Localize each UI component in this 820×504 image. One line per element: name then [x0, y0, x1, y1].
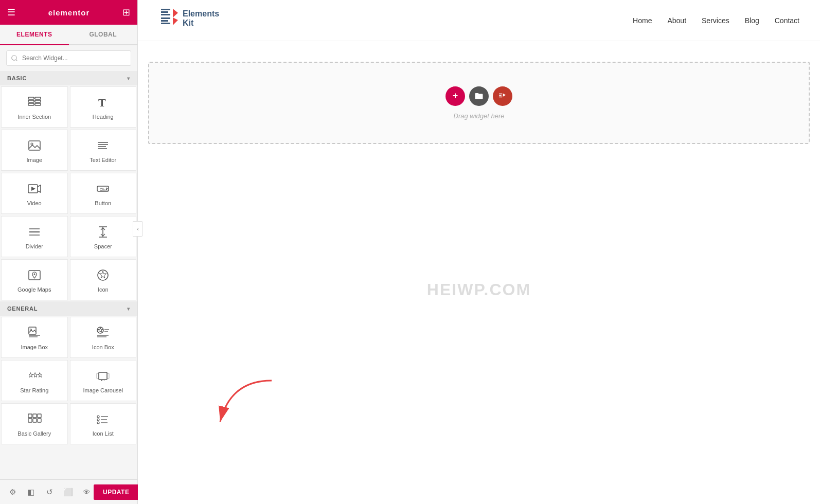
widget-label-image-box: Image Box [21, 344, 48, 351]
general-widgets-grid: Image Box Icon Box [0, 316, 137, 445]
video-icon [27, 182, 42, 196]
svg-rect-43 [38, 414, 41, 418]
widget-label-icon-list: Icon List [93, 430, 114, 437]
site-nav: Home About Services Blog Contact [633, 16, 799, 25]
folder-button[interactable] [469, 86, 489, 106]
widget-label-google-maps: Google Maps [17, 286, 51, 293]
svg-rect-42 [33, 414, 37, 418]
widget-label-image-carousel: Image Carousel [83, 387, 123, 394]
svg-text:T: T [98, 96, 106, 109]
svg-marker-60 [173, 17, 178, 25]
history-icon[interactable]: ↺ [42, 485, 57, 499]
widget-label-spacer: Spacer [94, 243, 112, 250]
nav-contact[interactable]: Contact [775, 16, 799, 25]
inner-section-icon [27, 95, 42, 110]
canvas-area: Elements Kit Home About Services Blog Co… [138, 0, 820, 504]
widget-label-inner-section: Inner Section [17, 113, 51, 120]
widget-icon[interactable]: Icon [70, 259, 137, 300]
bottom-bar: ⚙ ◧ ↺ ⬜ 👁 UPDATE ▲ [0, 479, 137, 504]
widget-icon-box[interactable]: Icon Box [70, 317, 137, 358]
tab-global[interactable]: GLOBAL [69, 25, 138, 44]
widget-label-button: Button [95, 200, 111, 207]
widget-image-box[interactable]: Image Box [1, 317, 68, 358]
update-button[interactable]: UPDATE [94, 484, 138, 500]
nav-services[interactable]: Services [702, 16, 729, 25]
widget-google-maps[interactable]: Google Maps [1, 259, 68, 300]
widget-button[interactable]: Click Button [70, 173, 137, 214]
widget-icon-list[interactable]: Icon List [70, 403, 137, 444]
ek-button[interactable] [493, 86, 512, 106]
layers-icon[interactable]: ◧ [24, 485, 38, 499]
svg-rect-4 [28, 103, 34, 105]
divider-icon [27, 225, 42, 239]
widget-video[interactable]: Video [1, 173, 68, 214]
svg-rect-65 [499, 96, 502, 97]
widget-label-text-editor: Text Editor [90, 156, 116, 164]
google-maps-icon [27, 268, 42, 282]
svg-point-24 [33, 274, 35, 275]
svg-point-51 [97, 422, 99, 424]
svg-point-47 [97, 416, 99, 418]
svg-rect-0 [28, 97, 34, 99]
hamburger-icon[interactable]: ☰ [7, 7, 15, 18]
chevron-down-icon-general: ▾ [127, 306, 130, 312]
add-widget-button[interactable]: + [445, 86, 465, 106]
nav-blog[interactable]: Blog [745, 16, 759, 25]
widget-label-icon: Icon [98, 286, 109, 293]
elementor-logo-text: elementor [48, 8, 90, 17]
bottom-icons: ⚙ ◧ ↺ ⬜ 👁 [5, 485, 94, 499]
widget-text-editor[interactable]: Text Editor [70, 130, 137, 171]
spacer-icon [96, 225, 110, 239]
svg-point-40 [104, 380, 105, 381]
svg-rect-1 [35, 97, 41, 99]
elements-kit-logo-svg: Elements Kit [158, 6, 241, 34]
widget-label-star-rating: Star Rating [20, 387, 48, 394]
drop-zone-actions: + [445, 86, 512, 106]
chevron-down-icon: ▾ [127, 76, 130, 81]
image-carousel-icon [96, 369, 110, 383]
svg-rect-45 [33, 419, 37, 422]
svg-point-39 [102, 380, 103, 381]
image-icon [27, 138, 42, 153]
widget-label-basic-gallery: Basic Gallery [17, 430, 51, 437]
widget-inner-section[interactable]: Inner Section [1, 86, 68, 128]
widget-label-icon-box: Icon Box [92, 344, 114, 351]
button-icon: Click [96, 182, 110, 196]
svg-rect-46 [38, 419, 41, 422]
svg-marker-66 [503, 93, 506, 96]
widget-heading[interactable]: T Heading [70, 86, 137, 128]
svg-point-49 [97, 419, 99, 421]
widget-label-video: Video [27, 200, 42, 207]
widget-divider[interactable]: Divider [1, 216, 68, 257]
section-header-basic[interactable]: BASIC ▾ [0, 71, 137, 85]
widget-spacer[interactable]: Spacer [70, 216, 137, 257]
search-input[interactable] [6, 50, 131, 66]
svg-marker-59 [173, 9, 178, 17]
svg-text:Kit: Kit [183, 19, 194, 27]
widget-star-rating[interactable]: Star Rating [1, 360, 68, 401]
heading-icon: T [96, 95, 110, 110]
svg-rect-58 [161, 23, 170, 24]
collapse-icon: ‹ [137, 226, 139, 232]
top-bar: ☰ elementor ⊞ [0, 0, 137, 25]
widget-image-carousel[interactable]: Image Carousel [70, 360, 137, 401]
widget-label-heading: Heading [93, 113, 114, 120]
widget-image[interactable]: Image [1, 130, 68, 171]
basic-gallery-icon [27, 412, 42, 426]
tab-elements[interactable]: ELEMENTS [0, 25, 69, 45]
svg-rect-64 [499, 95, 502, 96]
nav-home[interactable]: Home [633, 16, 652, 25]
svg-text:Elements: Elements [183, 9, 219, 18]
section-header-general[interactable]: GENERAL ▾ [0, 301, 137, 316]
eye-icon[interactable]: 👁 [79, 485, 94, 499]
search-box [0, 45, 137, 71]
settings-icon[interactable]: ⚙ [5, 485, 20, 499]
svg-rect-35 [99, 372, 107, 380]
responsive-icon[interactable]: ⬜ [61, 485, 75, 499]
svg-rect-54 [161, 11, 168, 13]
widget-basic-gallery[interactable]: Basic Gallery [1, 403, 68, 444]
grid-icon[interactable]: ⊞ [122, 7, 130, 18]
site-header: Elements Kit Home About Services Blog Co… [138, 0, 820, 41]
nav-about[interactable]: About [667, 16, 686, 25]
collapse-panel-button[interactable]: ‹ [133, 221, 143, 237]
